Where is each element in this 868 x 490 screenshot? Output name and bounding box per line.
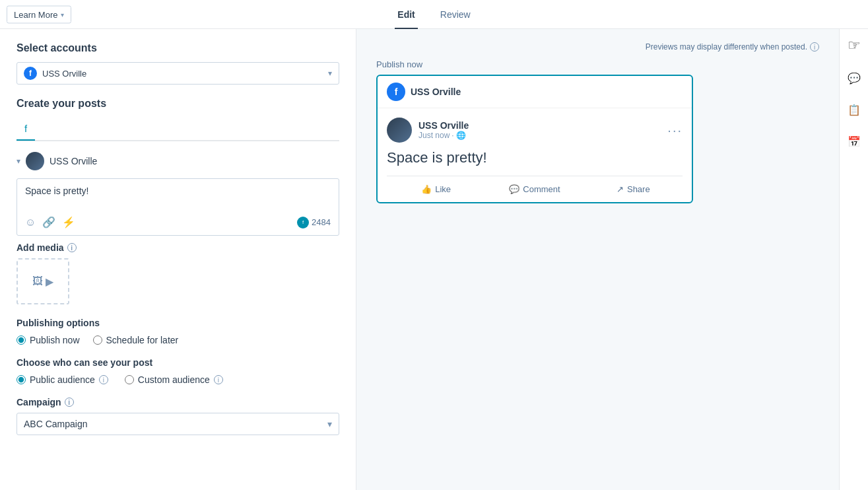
post-account-row: ▾ USS Orville: [17, 152, 339, 170]
right-panel: Previews may display differently when po…: [356, 29, 839, 490]
lightning-icon[interactable]: ⚡: [62, 216, 75, 228]
fb-post-info: USS Orville Just now · 🌐: [418, 120, 469, 140]
chat-icon[interactable]: 💬: [845, 69, 863, 87]
account-selector-caret-icon: ▾: [328, 69, 332, 78]
campaign-title: Campaign i: [17, 397, 339, 407]
learn-more-label: Learn More: [14, 9, 57, 19]
fb-actions: 👍 Like 💬 Comment ↗ Share: [387, 176, 683, 202]
custom-audience-option[interactable]: Custom audience i: [125, 374, 223, 385]
time-separator: ·: [451, 131, 453, 140]
main-content: Select accounts f USS Orville ▾ Create y…: [0, 29, 868, 490]
fb-card-header: f USS Orville: [378, 76, 692, 108]
emoji-icon[interactable]: ☺: [25, 217, 36, 228]
schedule-later-option[interactable]: Schedule for later: [93, 335, 179, 345]
post-text-editor[interactable]: Space is pretty! ☺ 🔗 ⚡ f 2484: [17, 178, 339, 236]
fb-card-body: USS Orville Just now · 🌐 ··· Space is pr…: [378, 108, 692, 202]
fb-more-options-icon[interactable]: ···: [667, 123, 683, 138]
create-posts-title: Create your posts: [17, 98, 339, 110]
campaign-selector[interactable]: ABC Campaign ▾: [17, 413, 339, 435]
globe-icon: 🌐: [456, 131, 466, 140]
like-icon: 👍: [421, 184, 432, 194]
publish-now-radio[interactable]: [17, 335, 26, 345]
publishing-options-title: Publishing options: [17, 318, 339, 328]
fb-share-button[interactable]: ↗ Share: [584, 179, 683, 199]
comment-icon: 💬: [509, 184, 519, 194]
schedule-later-radio[interactable]: [93, 335, 102, 345]
audience-title: Choose who can see your post: [17, 357, 339, 368]
facebook-icon: f: [24, 67, 37, 80]
left-panel: Select accounts f USS Orville ▾ Create y…: [0, 29, 356, 490]
fb-poster-avatar: [387, 118, 412, 143]
tab-edit[interactable]: Edit: [395, 1, 417, 29]
editor-content: Space is pretty!: [25, 186, 331, 196]
calendar-view-icon[interactable]: 📋: [845, 100, 863, 119]
editor-toolbar: ☺ 🔗 ⚡ f 2484: [25, 216, 331, 228]
add-media-info-icon[interactable]: i: [67, 243, 77, 252]
fb-poster-name: USS Orville: [418, 120, 469, 131]
audience-options-group: Public audience i Custom audience i: [17, 374, 339, 385]
tab-review[interactable]: Review: [438, 1, 473, 29]
public-audience-info-icon[interactable]: i: [99, 375, 108, 384]
campaign-selected-value: ABC Campaign: [24, 419, 88, 429]
fb-post-time: Just now · 🌐: [418, 131, 469, 140]
public-audience-option[interactable]: Public audience i: [17, 374, 108, 385]
campaign-info-icon[interactable]: i: [65, 398, 74, 407]
right-sidebar: ☞ 💬 📋 📅: [839, 29, 868, 490]
publishing-options-group: Publish now Schedule for later: [17, 335, 339, 345]
preview-info-icon[interactable]: i: [810, 42, 819, 52]
share-icon: ↗: [617, 184, 624, 194]
char-count-badge: f 2484: [297, 217, 331, 228]
custom-audience-info-icon[interactable]: i: [214, 375, 223, 384]
facebook-preview-card: f USS Orville USS Orville Just now · 🌐: [376, 75, 693, 203]
preview-notice: Previews may display differently when po…: [376, 42, 819, 52]
select-accounts-title: Select accounts: [17, 42, 339, 54]
platform-tab-facebook[interactable]: f: [17, 118, 35, 141]
publish-label: Publish now: [376, 59, 819, 69]
post-account-name: USS Orville: [50, 156, 97, 166]
fb-like-button[interactable]: 👍 Like: [387, 179, 485, 199]
cursor-icon: ☞: [844, 36, 864, 55]
schedule-icon[interactable]: 📅: [845, 132, 863, 151]
account-selector[interactable]: f USS Orville ▾: [17, 62, 339, 85]
char-count-number: 2484: [312, 217, 331, 227]
account-selector-name: USS Orville: [42, 69, 86, 79]
publish-now-option[interactable]: Publish now: [17, 335, 80, 345]
campaign-caret-icon: ▾: [327, 419, 332, 429]
fb-post-text: Space is pretty!: [387, 149, 683, 166]
add-media-label: Add media i: [17, 242, 339, 253]
media-drop-zone[interactable]: 🖼 ▶: [17, 258, 69, 304]
public-audience-radio[interactable]: [17, 375, 26, 384]
account-avatar: [26, 152, 44, 170]
learn-more-button[interactable]: Learn More ▾: [7, 5, 71, 23]
top-bar: Learn More ▾ Edit Review: [0, 0, 868, 29]
attachment-icon[interactable]: 🔗: [42, 216, 55, 228]
collapse-icon[interactable]: ▾: [17, 157, 20, 166]
video-icon: ▶: [46, 275, 53, 288]
fb-card-account-name: USS Orville: [411, 87, 461, 97]
learn-more-caret-icon: ▾: [61, 11, 64, 18]
char-count-icon: f: [297, 217, 309, 228]
main-tabs: Edit Review: [395, 1, 473, 28]
custom-audience-radio[interactable]: [125, 375, 134, 384]
fb-comment-button[interactable]: 💬 Comment: [485, 179, 584, 199]
platform-tabs: f: [17, 118, 339, 141]
fb-post-meta: USS Orville Just now · 🌐 ···: [387, 118, 683, 143]
image-icon: 🖼: [32, 275, 43, 287]
fb-header-platform-icon: f: [387, 83, 405, 101]
